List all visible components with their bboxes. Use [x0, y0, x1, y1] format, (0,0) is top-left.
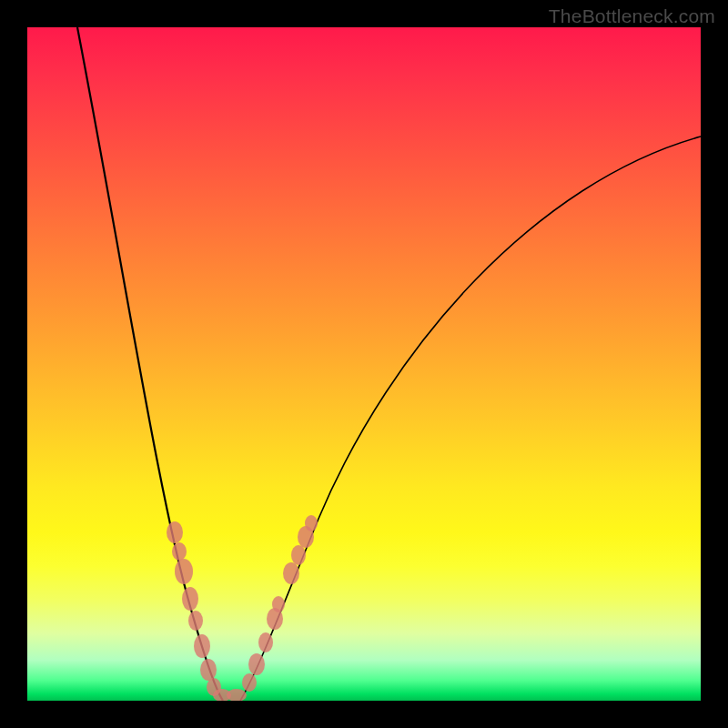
marker-right-4 [272, 596, 285, 612]
marker-left-0 [167, 521, 183, 543]
marker-group [167, 515, 318, 701]
marker-right-8 [305, 515, 318, 531]
marker-left-6 [200, 659, 217, 681]
curve-group [77, 27, 701, 701]
marker-bottom-1 [227, 689, 247, 701]
marker-left-5 [194, 634, 210, 658]
marker-left-4 [188, 611, 203, 631]
curve-right-curve [240, 136, 701, 701]
watermark-text: TheBottleneck.com [549, 5, 715, 27]
marker-right-2 [258, 632, 273, 652]
curves-svg [27, 27, 701, 701]
marker-left-2 [175, 559, 193, 584]
marker-right-6 [291, 545, 306, 565]
marker-right-1 [248, 653, 265, 675]
plot-area [27, 27, 701, 701]
curve-left-curve [77, 27, 223, 701]
marker-left-1 [172, 542, 187, 561]
chart-frame: TheBottleneck.com [0, 0, 728, 728]
marker-right-5 [283, 562, 299, 584]
marker-right-0 [242, 673, 257, 692]
marker-left-3 [182, 587, 198, 611]
